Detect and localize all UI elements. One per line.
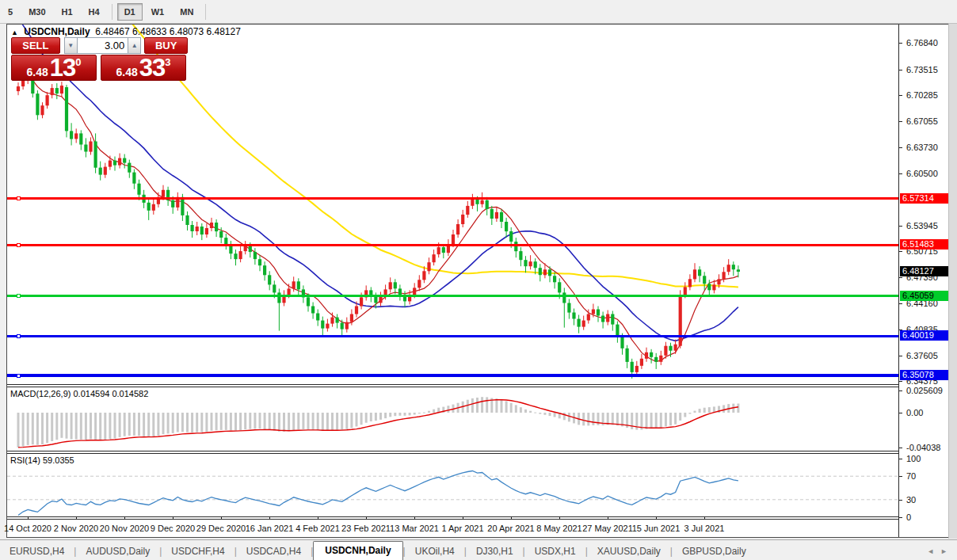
period-button-5[interactable]: 5: [1, 3, 20, 21]
rsi-tick-label: 30: [906, 495, 916, 505]
price-tick-label: 6.67055: [906, 116, 938, 126]
macd-histogram-bar: [297, 413, 299, 429]
period-button-m30[interactable]: M30: [21, 3, 52, 21]
level-line-handle[interactable]: [17, 243, 21, 247]
macd-histogram-bar: [27, 413, 29, 445]
tab-scroll-left-icon[interactable]: ◄: [927, 547, 934, 555]
sell-price-big-digits: 13: [50, 57, 75, 78]
level-line-6.45059[interactable]: [7, 295, 898, 297]
price-tick: [899, 356, 902, 356]
price-axis[interactable]: 6.768406.735156.702856.670556.637306.605…: [898, 25, 948, 537]
date-tick: [76, 516, 77, 520]
buy-button[interactable]: BUY: [144, 37, 188, 54]
candle: [562, 288, 566, 327]
sell-price-display[interactable]: 6.48 13 0: [11, 55, 97, 81]
candle: [433, 250, 436, 265]
level-line-handle[interactable]: [17, 334, 21, 338]
period-button-w1[interactable]: W1: [144, 3, 172, 21]
macd-histogram-bar: [211, 413, 213, 431]
candle: [254, 248, 257, 265]
macd-histogram-bar: [32, 413, 34, 444]
macd-histogram-bar: [191, 413, 193, 432]
macd-histogram-bar: [563, 413, 566, 420]
chart-tab-audusd[interactable]: AUDUSD,Daily: [76, 543, 159, 560]
macd-histogram-bar: [694, 411, 696, 413]
collapse-triangle-icon[interactable]: ▲: [11, 29, 18, 36]
candle: [524, 256, 527, 272]
period-button-h1[interactable]: H1: [55, 3, 80, 21]
macd-histogram-bar: [679, 413, 681, 421]
date-tick: [656, 516, 657, 520]
candle: [89, 137, 92, 154]
macd-histogram-bar: [147, 413, 150, 436]
period-button-h4[interactable]: H4: [82, 3, 107, 21]
chart-tab-usdcad[interactable]: USDCAD,H4: [237, 543, 311, 560]
macd-histogram-bar: [264, 413, 266, 429]
macd-histogram-bar: [394, 413, 396, 416]
candle: [582, 316, 585, 330]
candle: [688, 274, 692, 290]
macd-histogram-bar: [80, 413, 82, 440]
period-button-mn[interactable]: MN: [173, 3, 200, 21]
macd-histogram-bar: [505, 401, 508, 413]
current-price-chip: 6.48127: [900, 266, 948, 276]
period-button-d1[interactable]: D1: [117, 3, 143, 21]
vertical-scrollbar[interactable]: [948, 24, 957, 539]
candle: [65, 85, 68, 137]
chart-plot-area: 14 Oct 20202 Nov 202020 Nov 20209 Dec 20…: [7, 25, 898, 537]
level-line-handle[interactable]: [17, 196, 21, 200]
chart-tab-usdcnh[interactable]: USDCNH,Daily: [313, 541, 402, 560]
macd-histogram-bar: [302, 413, 304, 429]
chart-tab-dj30[interactable]: DJ30,H1: [467, 543, 523, 560]
level-line-6.40019[interactable]: [7, 335, 898, 337]
macd-histogram-bar: [345, 413, 348, 429]
volume-decrease-button[interactable]: ▼: [64, 37, 78, 54]
macd-histogram-bar: [433, 410, 435, 413]
level-line-6.57314[interactable]: [7, 197, 898, 200]
buy-price-big-digits: 33: [139, 57, 165, 78]
level-line-handle[interactable]: [17, 294, 21, 298]
macd-histogram-bar: [409, 413, 411, 415]
candle: [224, 234, 227, 250]
volume-increase-button[interactable]: ▲: [128, 37, 141, 54]
level-line-6.51483[interactable]: [7, 244, 898, 246]
macd-histogram-bar: [723, 405, 725, 413]
macd-histogram-bar: [119, 413, 121, 437]
macd-histogram-bar: [239, 413, 242, 430]
macd-histogram-bar: [616, 413, 619, 425]
rsi-indicator-label: RSI(14) 59.0355: [10, 455, 74, 465]
candle: [727, 259, 730, 275]
date-tick: [318, 516, 318, 520]
candle: [297, 278, 300, 295]
macd-histogram-bar: [234, 413, 237, 431]
candle: [456, 219, 459, 238]
chart-tab-xauusd[interactable]: XAUUSD,Daily: [588, 543, 670, 560]
level-line-6.35078[interactable]: [7, 374, 898, 377]
price-tick-label: 6.53945: [906, 221, 938, 230]
macd-histogram-bar: [138, 413, 140, 436]
chart-tab-eurusd[interactable]: EURUSD,H4: [0, 543, 74, 560]
volume-input[interactable]: 3.00: [78, 37, 128, 54]
level-line-handle[interactable]: [17, 374, 21, 378]
chart-tab-gbpusd[interactable]: GBPUSD,Daily: [673, 543, 756, 560]
chart-tab-ukoil[interactable]: UKOil,H4: [406, 543, 464, 560]
macd-histogram-bar: [317, 413, 319, 430]
date-tick: [704, 516, 705, 520]
macd-histogram-bar: [646, 413, 648, 429]
buy-price-display[interactable]: 6.48 33 3: [101, 55, 186, 81]
date-label: 13 Mar 2021: [390, 524, 439, 533]
tab-scroll-right-icon[interactable]: ►: [940, 547, 947, 555]
sell-button[interactable]: SELL: [11, 37, 60, 54]
candle: [123, 154, 126, 169]
chart-tab-usdx[interactable]: USDX,H1: [525, 543, 585, 560]
candle: [417, 275, 421, 291]
chart-window: 14 Oct 20202 Nov 202020 Nov 20209 Dec 20…: [6, 24, 948, 538]
macd-histogram-bar: [85, 413, 87, 440]
candle: [698, 266, 701, 282]
macd-histogram-bar: [220, 413, 223, 430]
candle: [113, 157, 116, 171]
moving-average-fast: [18, 70, 738, 361]
candle: [650, 349, 653, 364]
macd-histogram-bar: [326, 413, 329, 431]
chart-tab-usdchf[interactable]: USDCHF,H4: [162, 543, 234, 560]
